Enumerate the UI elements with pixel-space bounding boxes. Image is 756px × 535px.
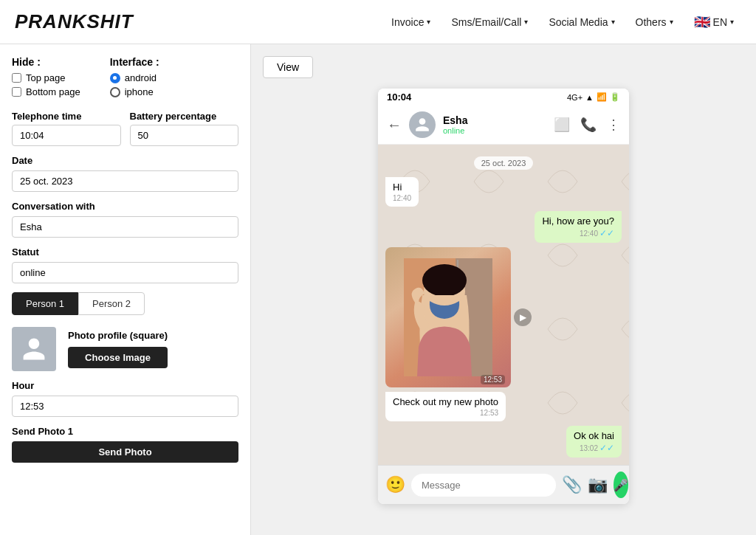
forward-button[interactable]: ▶	[514, 308, 532, 326]
message-time: 13:02 ✓✓	[574, 443, 614, 453]
photo-profile-section: Photo profile (square) Choose Image	[12, 327, 238, 371]
photo-message-row: 12:53 ▶	[385, 247, 622, 387]
telephone-time-label: Telephone time	[12, 111, 121, 122]
nav-others[interactable]: Others ▾	[628, 12, 681, 32]
person1-tab[interactable]: Person 1	[12, 292, 78, 315]
android-radio[interactable]	[110, 73, 120, 83]
iphone-radio[interactable]	[110, 87, 120, 97]
camera-icon[interactable]: 📷	[588, 475, 608, 494]
logo: PRANKSHIT	[15, 10, 134, 33]
left-panel: Hide : Top page Bottom page Interface : …	[0, 44, 251, 535]
chevron-down-icon: ▾	[730, 18, 734, 26]
contact-status: online	[443, 126, 546, 135]
hour-input[interactable]	[12, 396, 238, 417]
battery-input[interactable]	[130, 125, 239, 146]
mic-button[interactable]: 🎤	[614, 472, 628, 498]
date-divider: 25 oct. 2023	[385, 156, 622, 168]
status-bar: 10:04 4G+ ▲ 📶 🔋	[378, 89, 629, 106]
photo-info: Photo profile (square) Choose Image	[68, 330, 168, 368]
chat-header-icons: ⬜ 📞 ⋮	[554, 117, 620, 133]
attachment-icon[interactable]: 📎	[562, 475, 582, 494]
date-input[interactable]	[12, 170, 238, 192]
message-tick-icon: ✓✓	[599, 443, 614, 453]
phone-mockup: 10:04 4G+ ▲ 📶 🔋 ← Esha onlin	[378, 89, 629, 504]
iphone-label: iphone	[125, 86, 154, 97]
chevron-down-icon: ▾	[427, 18, 430, 26]
battery-group: Battery percentage	[130, 111, 239, 146]
chat-header: ← Esha online ⬜ 📞 ⋮	[378, 106, 629, 145]
photo-bubble-container: 12:53 ▶	[385, 247, 511, 387]
message-tick-icon: ✓✓	[599, 228, 614, 238]
right-panel: View 10:04 4G+ ▲ 📶 🔋 ←	[251, 44, 756, 535]
photo-profile-label: Photo profile (square)	[68, 330, 168, 341]
chevron-down-icon: ▾	[611, 18, 615, 26]
person-tabs: Person 1 Person 2	[12, 292, 238, 315]
back-arrow-icon[interactable]: ←	[387, 117, 402, 134]
message-time: 12:40 ✓✓	[542, 228, 614, 238]
nav-social-media[interactable]: Social Media ▾	[541, 12, 622, 32]
nav-language[interactable]: 🇬🇧 EN ▾	[687, 10, 741, 35]
photo-bubble: 12:53	[385, 247, 511, 387]
telephone-time-group: Telephone time	[12, 111, 121, 146]
outgoing-bubble: Hi, how are you? 12:40 ✓✓	[535, 211, 622, 243]
battery-label: Battery percentage	[130, 111, 239, 122]
android-label: android	[125, 72, 157, 83]
header: PRANKSHIT Invoice ▾ Sms/Email/Call ▾ Soc…	[0, 0, 756, 44]
chat-body: 25 oct. 2023 Hi 12:40 Hi, how are you?	[378, 145, 629, 465]
nav-invoice[interactable]: Invoice ▾	[384, 12, 438, 32]
incoming-bubble: Hi 12:40	[385, 177, 419, 207]
more-options-icon[interactable]: ⋮	[607, 117, 620, 133]
message-input[interactable]	[411, 474, 556, 497]
main-nav: Invoice ▾ Sms/Email/Call ▾ Social Media …	[384, 10, 741, 35]
hour-label: Hour	[12, 380, 238, 391]
message-row: Hi 12:40	[385, 177, 622, 207]
view-button[interactable]: View	[263, 56, 313, 78]
top-page-label: Top page	[26, 72, 66, 83]
hide-column: Hide : Top page Bottom page	[12, 56, 80, 100]
photo-time: 12:53	[481, 375, 505, 384]
incoming-bubble: Check out my new photo 12:53	[385, 392, 506, 421]
time-battery-row: Telephone time Battery percentage	[12, 111, 238, 146]
nav-sms-email-call[interactable]: Sms/Email/Call ▾	[444, 12, 535, 32]
bottom-page-checkbox-row: Bottom page	[12, 86, 80, 97]
message-time: 12:40	[393, 194, 411, 202]
chat-footer: 🙂 📎 📷 🎤	[378, 465, 629, 504]
send-photo-label: Send Photo 1	[12, 426, 238, 437]
interface-label: Interface :	[110, 56, 159, 68]
status-time: 10:04	[387, 92, 411, 103]
chevron-down-icon: ▾	[524, 18, 528, 26]
conversation-label: Conversation with	[12, 201, 238, 212]
signal-icon: 4G+	[567, 93, 583, 102]
top-page-checkbox[interactable]	[12, 73, 21, 83]
video-call-icon[interactable]: ⬜	[554, 117, 570, 133]
hide-label: Hide :	[12, 56, 80, 68]
message-text: Check out my new photo	[393, 396, 498, 407]
send-photo-button[interactable]: Send Photo	[12, 441, 238, 463]
android-radio-row[interactable]: android	[110, 72, 159, 83]
hide-interface-section: Hide : Top page Bottom page Interface : …	[12, 56, 238, 100]
wifi-icon: ▲	[585, 93, 594, 102]
caption-message-row: Check out my new photo 12:53	[385, 392, 622, 421]
person2-tab[interactable]: Person 2	[78, 292, 145, 315]
contact-avatar-icon	[414, 117, 430, 133]
contact-name: Esha	[443, 114, 546, 126]
statut-input[interactable]	[12, 262, 238, 283]
message-text: Hi	[393, 182, 402, 193]
choose-image-button[interactable]: Choose Image	[68, 347, 168, 368]
status-icons: 4G+ ▲ 📶 🔋	[567, 92, 620, 102]
outgoing-bubble: Ok ok hai 13:02 ✓✓	[566, 426, 622, 458]
chat-photo	[385, 247, 511, 387]
telephone-time-input[interactable]	[12, 125, 121, 146]
main-layout: Hide : Top page Bottom page Interface : …	[0, 44, 756, 535]
message-text: Ok ok hai	[574, 430, 614, 441]
message-time: 12:53	[393, 409, 498, 417]
bottom-page-checkbox[interactable]	[12, 87, 21, 97]
profile-photo-placeholder	[12, 327, 56, 371]
phone-icon[interactable]: 📞	[580, 117, 597, 133]
emoji-icon[interactable]: 🙂	[385, 475, 405, 494]
iphone-radio-row[interactable]: iphone	[110, 86, 159, 97]
svg-point-4	[422, 264, 467, 297]
conversation-input[interactable]	[12, 216, 238, 238]
contact-avatar	[409, 111, 436, 138]
message-row: Ok ok hai 13:02 ✓✓	[385, 426, 622, 458]
